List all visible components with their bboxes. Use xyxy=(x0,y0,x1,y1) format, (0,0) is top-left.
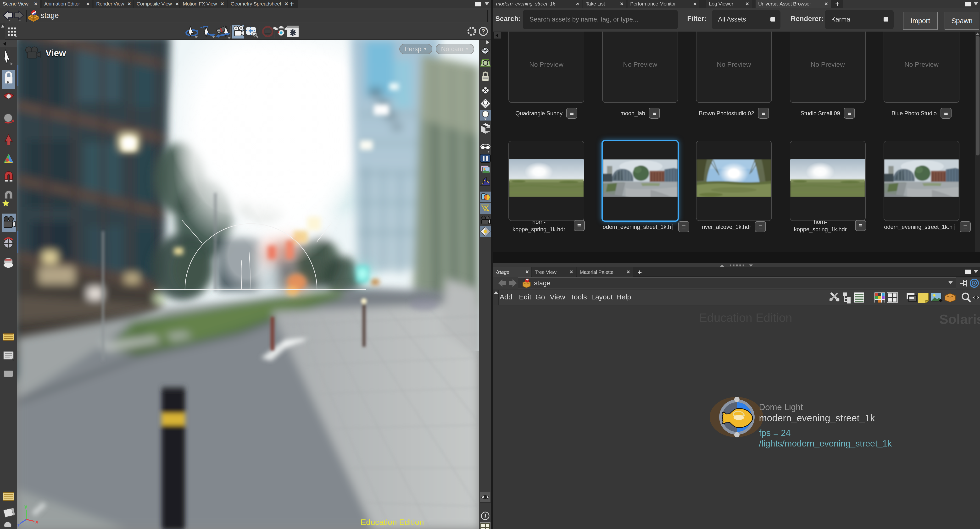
svg-text:?: ? xyxy=(481,28,485,35)
svg-text:y: y xyxy=(24,504,27,509)
svg-text:Education Edition: Education Edition xyxy=(361,518,424,527)
svg-text:x: x xyxy=(35,519,38,525)
svg-text:View: View xyxy=(45,48,66,58)
svg-text:i: i xyxy=(484,513,486,519)
